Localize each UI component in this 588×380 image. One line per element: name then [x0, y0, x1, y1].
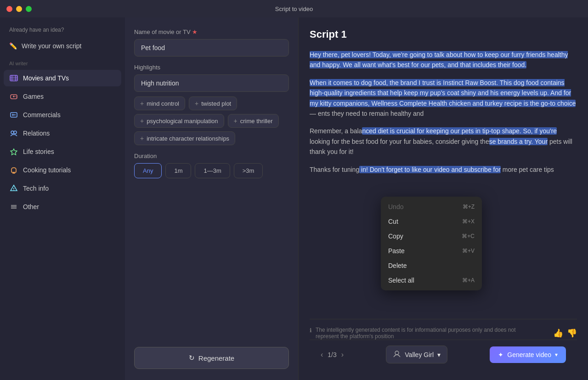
- page-indicator: 1/3: [328, 351, 336, 358]
- voice-selector[interactable]: Valley Girl ▾: [386, 346, 447, 363]
- script-footer: ℹ The intelligently generated content is…: [310, 319, 577, 340]
- sidebar-item-commercials[interactable]: Commercials: [4, 107, 121, 123]
- tag-psychological[interactable]: + psychological manipulation: [134, 114, 224, 128]
- center-panel: Name of movie or TV ★ Highlights High nu…: [125, 17, 299, 380]
- sidebar-item-other[interactable]: Other: [4, 199, 121, 215]
- ctx-undo-shortcut: ⌘+Z: [463, 204, 475, 210]
- ai-writer-label: AI writer: [4, 55, 121, 68]
- disclaimer-text: The intelligently generated content is f…: [316, 327, 539, 340]
- main-layout: Already have an idea? ✏️ Write your own …: [0, 17, 588, 380]
- ctx-cut-shortcut: ⌘+X: [462, 218, 475, 225]
- info-icon: ℹ: [310, 327, 312, 334]
- sidebar-item-movies[interactable]: Movies and TVs: [4, 70, 121, 86]
- life-stories-label: Life stories: [23, 148, 54, 155]
- tag-label: crime thriller: [240, 118, 273, 125]
- commercials-label: Commercials: [23, 111, 61, 119]
- sidebar-write-own-script[interactable]: ✏️ Write your own script: [4, 39, 121, 53]
- relations-icon: [9, 129, 18, 138]
- regenerate-button[interactable]: ↻ Regenerate: [134, 347, 289, 369]
- tag-plus-icon: +: [140, 117, 144, 125]
- pagination: ‹ 1/3 ›: [321, 351, 344, 359]
- ctx-paste[interactable]: Paste ⌘+V: [381, 244, 482, 258]
- ctx-undo[interactable]: Undo ⌘+Z: [381, 199, 482, 214]
- sidebar: Already have an idea? ✏️ Write your own …: [0, 17, 125, 380]
- minimize-button[interactable]: [16, 6, 22, 12]
- regenerate-label: Regenerate: [198, 354, 234, 362]
- voice-label: Valley Girl: [405, 351, 434, 358]
- sidebar-item-relations[interactable]: Relations: [4, 125, 121, 142]
- thumbs-up-button[interactable]: 👍: [553, 328, 563, 338]
- duration-any[interactable]: Any: [134, 163, 162, 178]
- duration-1m[interactable]: 1m: [165, 163, 191, 178]
- generate-chevron-icon: ▾: [555, 352, 558, 358]
- generate-label: Generate video: [507, 351, 551, 358]
- cooking-label: Cooking tutorials: [23, 166, 71, 174]
- tag-crime-thriller[interactable]: + crime thriller: [228, 114, 279, 128]
- pencil-icon: ✏️: [9, 42, 17, 50]
- thumbs-down-button[interactable]: 👎: [567, 328, 577, 338]
- ctx-select-all[interactable]: Select all ⌘+A: [381, 273, 482, 288]
- ctx-cut[interactable]: Cut ⌘+X: [381, 214, 482, 229]
- maximize-button[interactable]: [26, 6, 32, 12]
- ctx-delete-label: Delete: [388, 262, 407, 269]
- tag-intricate[interactable]: + intricate character relationships: [134, 131, 235, 145]
- bottom-bar: ‹ 1/3 › Valley Girl ▾ ✦ Generate video ▾: [310, 340, 577, 369]
- tag-plus-icon: +: [140, 100, 144, 107]
- generate-video-button[interactable]: ✦ Generate video ▾: [490, 346, 566, 363]
- script-paragraphs: Hey there, pet lovers! Today, we're goin…: [310, 50, 577, 175]
- ctx-delete[interactable]: Delete: [381, 258, 482, 273]
- tag-twisted-plot[interactable]: + twisted plot: [189, 96, 237, 110]
- ctx-select-all-label: Select all: [388, 277, 414, 284]
- movie-name-input[interactable]: [134, 39, 289, 57]
- close-button[interactable]: [6, 6, 12, 12]
- highlight-main-input[interactable]: High nutrition: [134, 74, 289, 92]
- voice-chevron-icon: ▾: [437, 351, 441, 358]
- movie-name-field-group: Name of movie or TV ★: [134, 28, 289, 57]
- duration-label: Duration: [134, 153, 289, 159]
- duration-1-3m[interactable]: 1—3m: [195, 163, 230, 178]
- games-icon: [9, 92, 18, 101]
- tag-plus-icon: +: [140, 135, 144, 142]
- games-label: Games: [23, 93, 44, 100]
- duration-3m-plus[interactable]: >3m: [234, 163, 263, 178]
- sparkle-icon: ✦: [498, 351, 503, 358]
- ctx-paste-shortcut: ⌘+V: [462, 248, 475, 254]
- life-stories-icon: [9, 147, 18, 156]
- script-paragraph-3[interactable]: Remember, a balanced diet is crucial for…: [310, 126, 577, 157]
- script-paragraph-2[interactable]: When it comes to dog food, the brand I t…: [310, 78, 577, 119]
- tag-label: twisted plot: [201, 100, 231, 107]
- write-own-script-label: Write your own script: [22, 42, 81, 50]
- movies-label: Movies and TVs: [23, 74, 69, 82]
- movie-name-label: Name of movie or TV ★: [134, 28, 289, 35]
- script-paragraph-1[interactable]: Hey there, pet lovers! Today, we're goin…: [310, 50, 577, 70]
- window-controls: [6, 6, 32, 12]
- svg-point-14: [14, 131, 17, 134]
- sidebar-item-games[interactable]: Games: [4, 88, 121, 105]
- tag-plus-icon: +: [234, 117, 237, 125]
- script-content[interactable]: Hey there, pet lovers! Today, we're goin…: [310, 50, 577, 312]
- relations-label: Relations: [23, 130, 50, 137]
- selected-text-p1: Hey there, pet lovers! Today, we're goin…: [310, 51, 568, 68]
- required-indicator: ★: [192, 28, 198, 35]
- svg-point-8: [15, 96, 16, 97]
- commercials-icon: [9, 110, 18, 119]
- voice-avatar-icon: [393, 350, 401, 359]
- tag-plus-icon: +: [195, 100, 198, 107]
- duration-section: Duration Any 1m 1—3m >3m: [134, 153, 289, 178]
- tech-icon: [9, 184, 18, 193]
- ctx-paste-label: Paste: [388, 247, 405, 255]
- script-paragraph-4[interactable]: Thanks for tuning in! Don't forget to li…: [310, 164, 577, 175]
- prev-page-button[interactable]: ‹: [321, 351, 323, 359]
- ctx-copy-shortcut: ⌘+C: [462, 233, 475, 239]
- svg-point-23: [395, 351, 399, 355]
- sidebar-item-life-stories[interactable]: Life stories: [4, 143, 121, 160]
- sidebar-item-tech[interactable]: Tech info: [4, 180, 121, 197]
- ctx-copy-label: Copy: [388, 233, 403, 240]
- ctx-copy[interactable]: Copy ⌘+C: [381, 229, 482, 244]
- svg-point-13: [11, 131, 14, 134]
- svg-point-9: [16, 96, 17, 97]
- sidebar-item-cooking[interactable]: Cooking tutorials: [4, 162, 121, 178]
- tag-mind-control[interactable]: + mind control: [134, 96, 185, 110]
- ctx-undo-label: Undo: [388, 203, 403, 210]
- next-page-button[interactable]: ›: [341, 351, 344, 359]
